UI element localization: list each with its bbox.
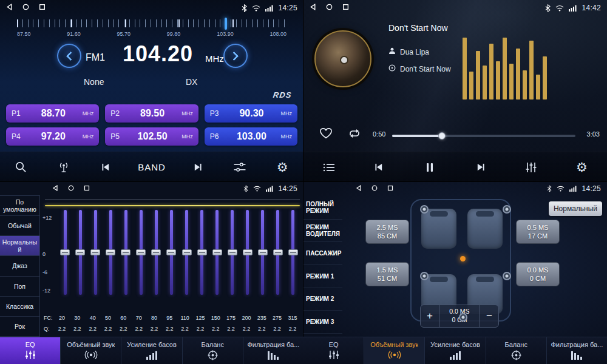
- eq-band-slider-70hz[interactable]: [135, 210, 146, 295]
- nav-recents-icon[interactable]: [387, 185, 393, 192]
- playlist-icon[interactable]: [319, 163, 339, 172]
- search-stations-button[interactable]: [11, 161, 32, 174]
- eq-band-slider-275hz[interactable]: [273, 210, 283, 295]
- eq-band-slider-20hz[interactable]: [59, 210, 70, 295]
- nav-back-icon[interactable]: [52, 185, 58, 192]
- eq-band-slider-30hz[interactable]: [75, 210, 86, 295]
- radio-preset-button-p3[interactable]: P390.30MHz: [205, 104, 297, 123]
- eq-band-slider-235hz[interactable]: [257, 210, 268, 295]
- equalizer-icon[interactable]: [521, 162, 541, 173]
- mode-item-2[interactable]: РЕЖИМ ВОДИТЕЛЯ: [304, 220, 342, 243]
- eq-preset-item-6[interactable]: Классика: [0, 297, 39, 317]
- eq-band-slider-40hz[interactable]: [90, 210, 101, 295]
- tab-surround-sound[interactable]: Объёмный звук: [364, 337, 425, 364]
- eq-preset-item-4[interactable]: Джаз: [0, 256, 39, 276]
- nav-home-icon[interactable]: [22, 4, 29, 12]
- delay-front-left-button[interactable]: 2.5 MS 85 CM: [365, 220, 409, 244]
- slider-handle[interactable]: [136, 249, 146, 255]
- eq-preset-item-2[interactable]: Обычай: [0, 216, 39, 236]
- eq-preset-item-7[interactable]: Рок: [0, 317, 39, 337]
- slider-handle[interactable]: [60, 249, 70, 255]
- nav-recents-icon[interactable]: [84, 185, 90, 192]
- slider-handle[interactable]: [90, 249, 100, 255]
- nav-back-icon[interactable]: [6, 4, 13, 12]
- tab-balance[interactable]: Баланс: [486, 337, 547, 364]
- decrease-delay-button[interactable]: −: [480, 305, 498, 327]
- tab-bass-boost[interactable]: Усиление басов: [425, 337, 486, 364]
- band-button[interactable]: BAND: [138, 162, 166, 172]
- radio-preset-button-p2[interactable]: P289.50MHz: [105, 104, 198, 123]
- mode-item-6[interactable]: РЕЖИМ 3: [304, 311, 342, 334]
- broadcast-icon[interactable]: [53, 161, 74, 174]
- nav-home-icon[interactable]: [68, 185, 74, 192]
- nav-back-icon[interactable]: [310, 4, 316, 12]
- next-station-button[interactable]: [188, 163, 208, 172]
- slider-handle[interactable]: [197, 249, 207, 255]
- next-track-button[interactable]: [470, 163, 491, 172]
- sound-preset-button[interactable]: Нормальный: [549, 201, 602, 216]
- increase-delay-button[interactable]: +: [421, 305, 439, 327]
- radio-preset-button-p5[interactable]: P5102.50MHz: [105, 127, 198, 146]
- repeat-icon[interactable]: [347, 128, 362, 141]
- previous-track-button[interactable]: [369, 163, 390, 172]
- nav-recents-icon[interactable]: [39, 4, 46, 12]
- nav-home-icon[interactable]: [371, 185, 378, 192]
- slider-handle[interactable]: [243, 249, 253, 255]
- mode-item-3[interactable]: ПАССАЖИР: [304, 242, 342, 265]
- nav-home-icon[interactable]: [326, 4, 333, 12]
- eq-band-slider-50hz[interactable]: [105, 210, 116, 295]
- delay-front-right-button[interactable]: 0.5 MS 17 CM: [516, 220, 560, 244]
- settings-gear-icon[interactable]: ⚙: [571, 161, 592, 174]
- slider-handle[interactable]: [182, 249, 192, 255]
- slider-handle[interactable]: [151, 249, 161, 255]
- slider-handle[interactable]: [121, 249, 131, 255]
- slider-handle[interactable]: [75, 249, 85, 255]
- mode-item-5[interactable]: РЕЖИМ 2: [304, 288, 342, 311]
- radio-preset-button-p1[interactable]: P188.70MHz: [6, 104, 99, 123]
- eq-band-slider-80hz[interactable]: [151, 210, 161, 295]
- radio-preset-button-p6[interactable]: P6103.00MHz: [205, 127, 297, 146]
- delay-rear-right-button[interactable]: 0.0 MS 0 CM: [516, 262, 560, 286]
- seek-down-button[interactable]: [57, 44, 81, 68]
- tab-bass-boost[interactable]: Усиление басов: [121, 337, 182, 364]
- sliders-icon[interactable]: [229, 162, 250, 172]
- tab-filter[interactable]: Фильтрация ба...: [547, 337, 607, 364]
- mode-item-1[interactable]: ПОЛНЫЙ РЕЖИМ: [304, 197, 342, 220]
- tab-surround-sound[interactable]: Объёмный звук: [61, 337, 121, 364]
- eq-preset-item-5[interactable]: Поп: [0, 277, 39, 297]
- tab-filter[interactable]: Фильтрация ба...: [243, 337, 304, 364]
- slider-handle[interactable]: [228, 249, 237, 255]
- eq-band-slider-315hz[interactable]: [288, 210, 299, 295]
- nav-back-icon[interactable]: [356, 185, 362, 192]
- slider-handle[interactable]: [166, 249, 176, 255]
- slider-handle[interactable]: [212, 249, 222, 255]
- eq-preset-item-3[interactable]: Нормальный: [0, 236, 39, 256]
- pause-button[interactable]: [419, 163, 440, 172]
- slider-handle[interactable]: [273, 249, 283, 255]
- eq-band-slider-175hz[interactable]: [227, 210, 238, 295]
- listening-position-dot[interactable]: [460, 256, 466, 261]
- nav-recents-icon[interactable]: [342, 4, 349, 12]
- eq-band-slider-95hz[interactable]: [166, 210, 177, 295]
- tab-balance[interactable]: Баланс: [183, 337, 243, 364]
- progress-knob[interactable]: [438, 132, 446, 140]
- previous-station-button[interactable]: [95, 163, 116, 172]
- tab-eq[interactable]: EQ: [304, 337, 364, 364]
- slider-handle[interactable]: [288, 249, 298, 255]
- delay-rear-left-button[interactable]: 1.5 MS 51 CM: [365, 262, 409, 286]
- favorite-heart-icon[interactable]: [319, 127, 333, 142]
- seek-up-button[interactable]: [223, 44, 248, 68]
- eq-band-slider-125hz[interactable]: [197, 210, 208, 295]
- radio-preset-button-p4[interactable]: P497.20MHz: [6, 127, 99, 146]
- frequency-ruler[interactable]: 87.5091.6095.7099.80103.90108.00: [17, 19, 287, 41]
- eq-band-slider-110hz[interactable]: [181, 210, 192, 295]
- slider-handle[interactable]: [258, 249, 268, 255]
- eq-band-slider-60hz[interactable]: [120, 210, 131, 295]
- mode-item-4[interactable]: РЕЖИМ 1: [304, 265, 342, 288]
- slider-handle[interactable]: [106, 249, 115, 255]
- progress-bar[interactable]: [392, 135, 575, 137]
- tab-eq[interactable]: EQ: [0, 337, 61, 364]
- eq-band-slider-200hz[interactable]: [242, 210, 253, 295]
- settings-gear-icon[interactable]: ⚙: [272, 161, 293, 174]
- eq-preset-item-1[interactable]: По умолчанию: [0, 196, 39, 216]
